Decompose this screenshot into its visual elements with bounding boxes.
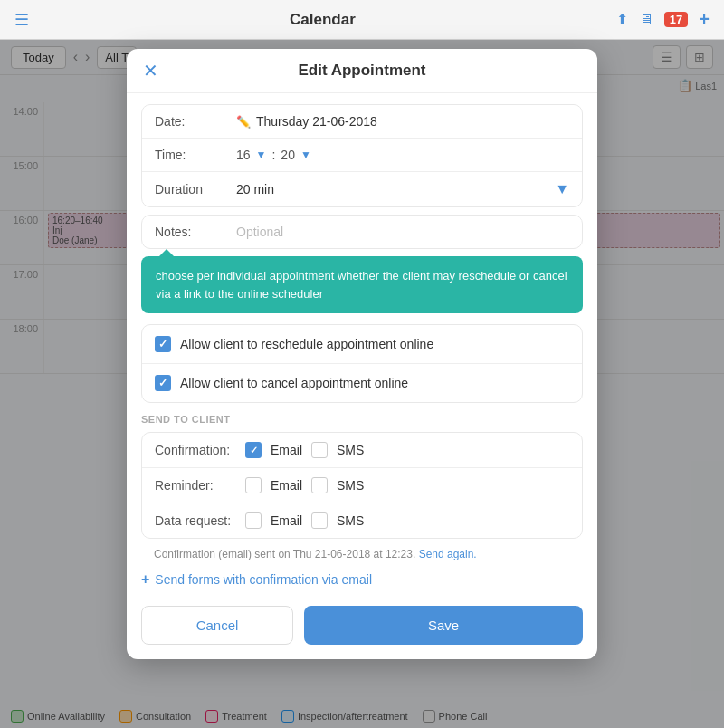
form-section: Date: ✏️ Thursday 21-06-2018 Time: 16 ▼ … — [141, 104, 583, 207]
cancel-checkbox[interactable] — [155, 375, 171, 391]
monitor-icon[interactable]: 🖥 — [639, 12, 653, 28]
time-value: 16 ▼ : 20 ▼ — [236, 148, 569, 162]
confirmation-email-label: Email — [271, 443, 302, 457]
modal-title: Edit Appointment — [298, 62, 425, 80]
top-bar-right: ⬆ 🖥 17 + — [616, 9, 710, 30]
checkboxes-section: Allow client to reschedule appointment o… — [141, 324, 583, 403]
notes-row: Notes: Optional — [142, 216, 582, 248]
confirmation-sms-checkbox[interactable] — [311, 442, 328, 458]
reminder-options: Email SMS — [245, 477, 364, 493]
share-icon[interactable]: ⬆ — [616, 11, 628, 28]
confirm-text: Confirmation (email) sent on Thu 21-06-2… — [154, 548, 415, 560]
reschedule-checkbox[interactable] — [155, 336, 171, 352]
time-separator: : — [272, 148, 275, 162]
notes-value: Optional — [236, 225, 569, 239]
send-again-link[interactable]: Send again. — [419, 548, 477, 560]
edit-appointment-modal: ✕ Edit Appointment Date: ✏️ Thursday 21-… — [127, 49, 597, 659]
modal-overlay: ✕ Edit Appointment Date: ✏️ Thursday 21-… — [0, 40, 724, 728]
reminder-sms-checkbox[interactable] — [311, 477, 328, 493]
tooltip-text: choose per individual appointment whethe… — [156, 269, 567, 301]
data-request-label: Data request: — [155, 513, 245, 528]
hour-chevron[interactable]: ▼ — [256, 148, 267, 161]
cancel-button[interactable]: Cancel — [141, 606, 293, 645]
duration-value: 20 min ▼ — [236, 181, 569, 197]
duration-chevron[interactable]: ▼ — [555, 181, 569, 197]
reminder-label: Reminder: — [155, 478, 245, 493]
edit-pencil-icon[interactable]: ✏️ — [236, 115, 251, 129]
data-sms-checkbox[interactable] — [311, 512, 328, 529]
date-text: Thursday 21-06-2018 — [256, 114, 377, 129]
send-forms-label: Send forms with confirmation via email — [155, 572, 372, 587]
date-value: ✏️ Thursday 21-06-2018 — [236, 114, 569, 129]
notes-label: Notes: — [155, 225, 236, 239]
reminder-email-checkbox[interactable] — [245, 477, 262, 493]
reminder-row: Reminder: Email SMS — [142, 468, 582, 503]
confirm-text-area: Confirmation (email) sent on Thu 21-06-2… — [141, 539, 583, 564]
top-bar: ☰ Calendar ⬆ 🖥 17 + — [0, 0, 724, 40]
action-buttons: Cancel Save — [141, 606, 583, 645]
send-forms-plus-icon: + — [141, 571, 149, 588]
close-button[interactable]: ✕ — [139, 56, 162, 85]
confirmation-options: Email SMS — [245, 442, 364, 458]
confirmation-label: Confirmation: — [155, 443, 245, 457]
notes-placeholder[interactable]: Optional — [236, 225, 283, 239]
reschedule-checkbox-row: Allow client to reschedule appointment o… — [142, 325, 582, 364]
data-request-row: Data request: Email SMS — [142, 503, 582, 538]
data-email-checkbox[interactable] — [245, 512, 262, 529]
cancel-checkbox-row: Allow client to cancel appointment onlin… — [142, 364, 582, 402]
duration-label: Duration — [155, 182, 236, 196]
minute-chevron[interactable]: ▼ — [300, 148, 311, 161]
modal-header: ✕ Edit Appointment — [127, 49, 597, 93]
modal-body: Date: ✏️ Thursday 21-06-2018 Time: 16 ▼ … — [127, 104, 597, 659]
reminder-email-label: Email — [271, 478, 302, 493]
date-row: Date: ✏️ Thursday 21-06-2018 — [142, 105, 582, 139]
time-label: Time: — [155, 148, 236, 162]
send-section: Confirmation: Email SMS Reminder: Email — [141, 432, 583, 539]
top-bar-left: ☰ — [14, 10, 29, 30]
confirmation-row: Confirmation: Email SMS — [142, 433, 582, 468]
reschedule-label: Allow client to reschedule appointment o… — [180, 337, 433, 351]
app-title: Calendar — [290, 11, 356, 29]
duration-row: Duration 20 min ▼ — [142, 172, 582, 206]
data-email-label: Email — [271, 513, 302, 528]
time-minute: 20 — [281, 148, 295, 162]
time-hour: 16 — [236, 148, 251, 162]
send-forms-link[interactable]: + Send forms with confirmation via email — [141, 564, 583, 591]
notes-section: Notes: Optional — [141, 215, 583, 249]
confirmation-sms-label: SMS — [337, 443, 364, 457]
data-request-options: Email SMS — [245, 512, 364, 529]
save-button[interactable]: Save — [304, 606, 583, 645]
duration-text: 20 min — [236, 182, 549, 196]
time-row: Time: 16 ▼ : 20 ▼ — [142, 139, 582, 172]
add-icon[interactable]: + — [699, 9, 710, 30]
menu-icon[interactable]: ☰ — [14, 10, 29, 30]
cancel-label: Allow client to cancel appointment onlin… — [180, 376, 408, 390]
confirmation-email-checkbox[interactable] — [245, 442, 262, 458]
reminder-sms-label: SMS — [337, 478, 364, 493]
data-sms-label: SMS — [337, 513, 364, 528]
notification-badge[interactable]: 17 — [664, 12, 688, 27]
send-section-label: SEND TO CLIENT — [141, 403, 583, 428]
date-label: Date: — [155, 114, 236, 129]
tooltip-bubble: choose per individual appointment whethe… — [141, 256, 583, 313]
